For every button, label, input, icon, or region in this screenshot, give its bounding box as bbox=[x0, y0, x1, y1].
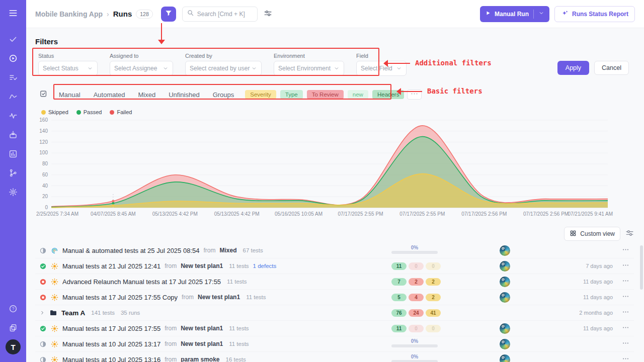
sidebar-item-runs-play[interactable] bbox=[4, 49, 22, 67]
filter-select[interactable]: Select Assignee bbox=[110, 61, 173, 76]
sidebar-item-pulse[interactable] bbox=[4, 107, 22, 125]
run-row[interactable]: Manual tests at 17 Jul 2025 17:55 Copyfr… bbox=[35, 290, 634, 305]
sidebar-item-menu[interactable] bbox=[4, 5, 22, 23]
sidebar-item-docs-copy[interactable] bbox=[4, 319, 22, 337]
folder-icon bbox=[49, 309, 57, 317]
sidebar-item-help[interactable]: ? bbox=[4, 300, 22, 318]
manual-run-button[interactable]: Manual Run bbox=[480, 6, 549, 22]
badge-passed: 7 bbox=[391, 278, 407, 286]
svg-text:?: ? bbox=[12, 307, 15, 311]
progress-bar bbox=[391, 251, 438, 254]
runs-list: Manual & automated tests at 25 Jul 2025 … bbox=[35, 243, 634, 362]
play-icon bbox=[485, 10, 491, 16]
sliders-icon bbox=[625, 229, 634, 237]
svg-text:07/17/2025 2:55 PM: 07/17/2025 2:55 PM bbox=[399, 211, 445, 217]
row-menu-button[interactable] bbox=[618, 293, 633, 302]
row-menu-button[interactable] bbox=[618, 261, 633, 270]
group-title[interactable]: Team A bbox=[61, 309, 85, 317]
tag-new[interactable]: new bbox=[348, 90, 368, 99]
run-title[interactable]: Manual tests at 21 Jul 2025 12:41 bbox=[62, 262, 160, 270]
row-menu-button[interactable] bbox=[618, 246, 633, 255]
runs-status-report-button[interactable]: Runs Status Report bbox=[554, 6, 635, 22]
filter-select[interactable]: Select Environment bbox=[274, 61, 344, 76]
custom-view-button[interactable]: Custom view bbox=[564, 227, 620, 241]
app-logo[interactable]: T bbox=[4, 338, 22, 356]
filter-select[interactable]: Select Status bbox=[38, 61, 98, 76]
edit-view-button[interactable] bbox=[39, 89, 48, 100]
tab-automated[interactable]: Automated bbox=[94, 91, 125, 99]
run-row[interactable]: Manual tests at 10 Jul 2025 13:17from Ne… bbox=[35, 336, 634, 352]
cancel-button[interactable]: Cancel bbox=[594, 61, 629, 75]
filters-toggle-button[interactable] bbox=[161, 7, 176, 22]
badge-passed: 11 bbox=[391, 325, 407, 332]
run-row[interactable]: Team A 141 tests 35 runs 762441 2 months… bbox=[35, 305, 634, 321]
run-title[interactable]: Manual tests at 17 Jul 2025 17:55 Copy bbox=[62, 294, 178, 301]
dots-h-icon bbox=[622, 324, 629, 331]
runs-area-chart: 0204060801001201401602/25/2025 7:34 AM04… bbox=[35, 116, 613, 220]
tab-manual[interactable]: Manual bbox=[59, 91, 80, 99]
run-row[interactable]: Manual tests at 10 Jul 2025 13:16from pa… bbox=[35, 352, 634, 362]
badge-failed: 0 bbox=[409, 325, 424, 332]
svg-text:20: 20 bbox=[42, 194, 48, 199]
tag-type[interactable]: Type bbox=[280, 90, 303, 99]
more-filters-button[interactable]: ··· bbox=[407, 89, 422, 100]
expand-chevron[interactable] bbox=[39, 310, 45, 316]
tests-count: 11 tests bbox=[246, 294, 266, 300]
badge-skipped: 2 bbox=[426, 294, 441, 301]
filter-select[interactable]: Select created by user bbox=[185, 61, 262, 76]
breadcrumb-separator: › bbox=[107, 10, 109, 18]
filter-select[interactable]: Select Field bbox=[356, 61, 407, 76]
row-menu-button[interactable] bbox=[618, 324, 633, 333]
group-tests-count: 141 tests bbox=[91, 310, 115, 316]
run-title[interactable]: Manual & automated tests at 25 Jul 2025 … bbox=[62, 247, 199, 254]
sun-icon bbox=[51, 356, 58, 362]
run-row[interactable]: Manual tests at 21 Jul 2025 12:41from Ne… bbox=[35, 258, 634, 274]
run-row[interactable]: Manual tests at 17 Jul 2025 17:55from Ne… bbox=[35, 321, 634, 336]
manual-run-dropdown[interactable] bbox=[538, 10, 544, 18]
run-row[interactable]: Manual & automated tests at 25 Jul 2025 … bbox=[35, 243, 634, 258]
search-input[interactable] bbox=[197, 11, 253, 18]
sidebar-item-settings-gear[interactable] bbox=[4, 183, 22, 201]
sidebar-item-tasks-check[interactable] bbox=[4, 30, 22, 48]
row-menu-button[interactable] bbox=[618, 339, 633, 348]
dots-h-icon bbox=[622, 246, 629, 253]
search-box[interactable] bbox=[182, 7, 258, 22]
sun-icon bbox=[51, 278, 58, 286]
tag-severity[interactable]: Severity bbox=[245, 90, 276, 99]
custom-view-label: Custom view bbox=[580, 230, 615, 237]
tab-unfinished[interactable]: Unfinished bbox=[169, 91, 199, 99]
reports-chart-icon bbox=[9, 149, 18, 158]
sidebar-item-reports-chart[interactable] bbox=[4, 145, 22, 163]
apply-button[interactable]: Apply bbox=[557, 61, 589, 75]
defects-link[interactable]: 1 defects bbox=[253, 263, 277, 269]
sidebar-item-test-plans[interactable] bbox=[4, 68, 22, 86]
tasks-check-icon bbox=[9, 35, 18, 44]
tag-headers[interactable]: Headers bbox=[372, 90, 404, 99]
filter-field-created-by: Created by Select created by user bbox=[185, 53, 262, 76]
svg-text:140: 140 bbox=[39, 128, 48, 134]
search-settings-button[interactable] bbox=[264, 9, 272, 19]
list-settings-button[interactable] bbox=[625, 229, 634, 239]
tab-mixed[interactable]: Mixed bbox=[138, 91, 156, 99]
run-title[interactable]: Manual tests at 10 Jul 2025 13:16 bbox=[62, 356, 160, 362]
run-title[interactable]: Advanced Relaunch Manual tests at 17 Jul… bbox=[62, 278, 221, 286]
tab-groups[interactable]: Groups bbox=[213, 91, 234, 99]
run-title[interactable]: Manual tests at 10 Jul 2025 13:17 bbox=[62, 340, 160, 348]
sidebar-item-branch[interactable] bbox=[4, 164, 22, 182]
run-title[interactable]: Manual tests at 17 Jul 2025 17:55 bbox=[62, 325, 160, 332]
row-menu-button[interactable] bbox=[618, 355, 633, 362]
svg-text:100: 100 bbox=[39, 150, 48, 155]
tag-to-review[interactable]: To Review bbox=[307, 90, 344, 99]
row-menu-button[interactable] bbox=[618, 277, 633, 286]
svg-text:07/17/2025 2:56 PM: 07/17/2025 2:56 PM bbox=[461, 211, 507, 217]
breadcrumb-project[interactable]: Mobile Banking App bbox=[35, 10, 103, 18]
sidebar-item-analytics-wave[interactable] bbox=[4, 87, 22, 106]
sidebar-item-import[interactable] bbox=[4, 126, 22, 144]
scrollbar[interactable] bbox=[640, 245, 643, 290]
dots-h-icon bbox=[622, 277, 629, 285]
funnel-icon bbox=[165, 9, 173, 17]
chart-legend: SkippedPassedFailed bbox=[41, 109, 634, 115]
svg-text:05/16/2025 10:05 AM: 05/16/2025 10:05 AM bbox=[275, 211, 323, 217]
row-menu-button[interactable] bbox=[618, 308, 633, 317]
run-row[interactable]: Advanced Relaunch Manual tests at 17 Jul… bbox=[35, 274, 634, 290]
